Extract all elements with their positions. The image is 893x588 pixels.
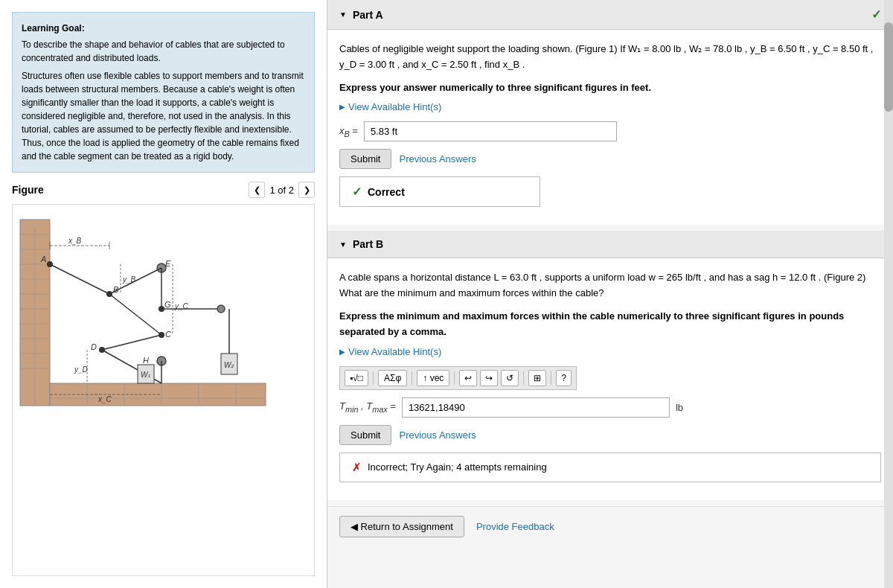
svg-text:G: G bbox=[164, 300, 171, 309]
svg-text:x_C: x_C bbox=[97, 395, 112, 403]
part-b-incorrect-label: Incorrect; Try Again; 4 attempts remaini… bbox=[368, 461, 547, 473]
figure-nav: ❮ 1 of 2 ❯ bbox=[249, 182, 315, 198]
toolbar-sep-1 bbox=[373, 371, 374, 385]
part-a-submit-button[interactable]: Submit bbox=[339, 149, 391, 169]
svg-text:y_D: y_D bbox=[74, 365, 88, 374]
refresh-button[interactable]: ↺ bbox=[501, 370, 519, 386]
part-a-desc-text: Cables of negligible weight support the … bbox=[339, 43, 873, 70]
toolbar-sep-4 bbox=[523, 371, 524, 385]
part-a-arrow: ▼ bbox=[339, 10, 347, 19]
part-a-prev-answers-link[interactable]: Previous Answers bbox=[399, 153, 476, 164]
part-b-incorrect-box: ✗ Incorrect; Try Again; 4 attempts remai… bbox=[339, 453, 881, 482]
figure-page: 1 of 2 bbox=[269, 185, 294, 196]
part-a-header[interactable]: ▼ Part A ✓ bbox=[327, 0, 893, 30]
part-b-submit-button[interactable]: Submit bbox=[339, 425, 391, 445]
part-a-correct-label: Correct bbox=[368, 186, 405, 198]
right-panel: ▼ Part A ✓ Cables of negligible weight s… bbox=[327, 0, 893, 588]
figure-area: Figure ❮ 1 of 2 ❯ bbox=[12, 182, 315, 576]
help-button[interactable]: ? bbox=[556, 370, 572, 386]
svg-point-58 bbox=[217, 305, 225, 313]
greek-symbol-button[interactable]: ΑΣφ bbox=[378, 370, 407, 386]
bottom-bar: ◀ Return to Assignment Provide Feedback bbox=[327, 506, 893, 546]
part-b-section: ▼ Part B A cable spans a horizontal dist… bbox=[327, 231, 893, 499]
provide-feedback-link[interactable]: Provide Feedback bbox=[476, 521, 554, 532]
undo-button[interactable]: ↩ bbox=[459, 370, 477, 386]
part-a-description: Cables of negligible weight support the … bbox=[339, 42, 881, 73]
part-a-correct-box: ✓ Correct bbox=[339, 176, 540, 207]
learning-goal-body: Structures often use flexible cables to … bbox=[22, 69, 305, 163]
learning-goal-box: Learning Goal: To describe the shape and… bbox=[12, 12, 315, 173]
part-b-hint-label: View Available Hint(s) bbox=[348, 346, 441, 357]
part-b-desc-text: A cable spans a horizontal distance L = … bbox=[339, 272, 865, 298]
part-b-label: Part B bbox=[353, 238, 383, 250]
part-a-hint-label: View Available Hint(s) bbox=[348, 101, 441, 112]
part-b-content: A cable spans a horizontal distance L = … bbox=[327, 258, 893, 499]
keyboard-button[interactable]: ⊞ bbox=[528, 370, 546, 386]
part-a-answer-label: xB = bbox=[339, 125, 358, 138]
svg-text:y_B: y_B bbox=[122, 275, 136, 284]
figure-image: A B E G C D H bbox=[12, 204, 315, 576]
toolbar-sep-5 bbox=[551, 371, 551, 385]
part-b-answer-input[interactable] bbox=[402, 397, 670, 418]
return-button[interactable]: ◀ Return to Assignment bbox=[339, 516, 464, 537]
part-b-hint-link[interactable]: ▶ View Available Hint(s) bbox=[339, 346, 881, 357]
figure-header: Figure ❮ 1 of 2 ❯ bbox=[12, 182, 315, 198]
math-toolbar: ▪√□ ΑΣφ ↑ vec ↩ ↪ ↺ ⊞ ? bbox=[339, 366, 577, 390]
svg-text:H: H bbox=[143, 356, 149, 365]
svg-text:x_B: x_B bbox=[68, 237, 82, 245]
part-b-btn-row: Submit Previous Answers bbox=[339, 425, 881, 445]
part-b-answer-label: Tmin , Tmax = bbox=[339, 400, 396, 414]
part-b-prev-answers-link[interactable]: Previous Answers bbox=[399, 429, 476, 441]
nav-next-button[interactable]: ❯ bbox=[298, 182, 315, 198]
nav-prev-button[interactable]: ❮ bbox=[249, 182, 265, 198]
learning-goal-description: To describe the shape and behavior of ca… bbox=[22, 38, 305, 65]
part-b-answer-row: Tmin , Tmax = lb bbox=[339, 397, 881, 418]
redo-button[interactable]: ↪ bbox=[480, 370, 498, 386]
toolbar-sep-3 bbox=[454, 371, 455, 385]
figure-title: Figure bbox=[12, 184, 44, 196]
svg-line-37 bbox=[102, 335, 161, 350]
part-a-answer-input[interactable] bbox=[364, 121, 617, 141]
svg-text:A: A bbox=[40, 255, 46, 263]
hint-triangle-a: ▶ bbox=[339, 103, 345, 111]
left-panel: Learning Goal: To describe the shape and… bbox=[0, 0, 327, 588]
part-a-check-icon: ✓ bbox=[352, 185, 362, 199]
part-a-answer-row: xB = bbox=[339, 121, 881, 141]
hint-triangle-b: ▶ bbox=[339, 348, 345, 356]
part-a-btn-row: Submit Previous Answers bbox=[339, 149, 881, 169]
vector-button[interactable]: ↑ vec bbox=[417, 370, 449, 386]
part-b-bold-line: Express the minimum and maximum forces w… bbox=[339, 309, 881, 340]
part-b-answer-unit: lb bbox=[676, 402, 683, 413]
part-a-checkmark: ✓ bbox=[871, 7, 881, 22]
toolbar-sep-2 bbox=[412, 371, 412, 385]
svg-text:E: E bbox=[165, 259, 171, 268]
svg-line-36 bbox=[109, 294, 161, 335]
part-a-label: Part A bbox=[353, 9, 383, 21]
svg-text:D: D bbox=[91, 342, 97, 351]
svg-text:C: C bbox=[165, 330, 171, 339]
part-a-section: ▼ Part A ✓ Cables of negligible weight s… bbox=[327, 0, 893, 225]
part-a-content: Cables of negligible weight support the … bbox=[327, 30, 893, 225]
figure-svg: A B E G C D H bbox=[13, 205, 295, 413]
part-b-header[interactable]: ▼ Part B bbox=[327, 231, 893, 258]
svg-line-33 bbox=[50, 264, 109, 294]
part-a-express-line: Express your answer numerically to three… bbox=[339, 80, 881, 96]
part-b-x-icon: ✗ bbox=[352, 461, 362, 474]
part-a-hint-link[interactable]: ▶ View Available Hint(s) bbox=[339, 101, 881, 112]
svg-text:W₂: W₂ bbox=[224, 361, 234, 369]
matrix-icon[interactable]: ▪√□ bbox=[345, 370, 368, 386]
part-b-arrow: ▼ bbox=[339, 240, 347, 249]
learning-goal-title: Learning Goal: bbox=[22, 22, 305, 35]
scrollbar-thumb[interactable] bbox=[884, 22, 893, 112]
part-b-description: A cable spans a horizontal distance L = … bbox=[339, 270, 881, 301]
scrollbar[interactable] bbox=[884, 0, 893, 588]
svg-text:W₁: W₁ bbox=[141, 371, 150, 379]
